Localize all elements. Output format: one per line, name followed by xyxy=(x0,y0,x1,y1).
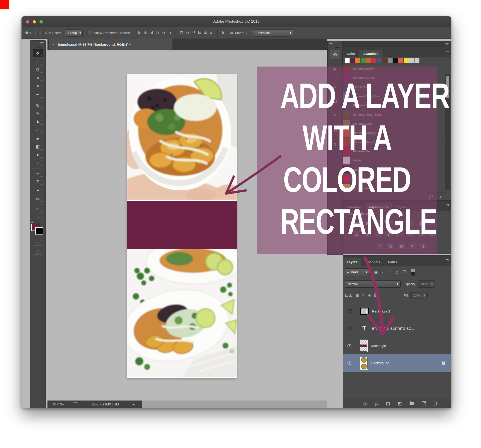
background-color-swatch[interactable] xyxy=(35,227,44,235)
show-transform-checkbox[interactable] xyxy=(88,31,92,35)
collapse-tools-icon[interactable]: ▶▶ xyxy=(30,41,45,46)
panel-menu-icon[interactable]: ▾≡ xyxy=(446,50,449,53)
tool-rectangle-tool[interactable]: ▭ xyxy=(33,194,43,203)
filter-shape-layers-icon[interactable]: ◻ xyxy=(395,270,398,274)
tab-layers[interactable]: Layers xyxy=(343,258,361,266)
history-panel-icon[interactable]: ⟲ xyxy=(330,50,340,59)
new-adjustment-layer-icon[interactable] xyxy=(398,402,402,406)
tool-hand-tool[interactable]: ☜ xyxy=(33,205,43,213)
path-selection-tool-icon: ➤ xyxy=(35,189,40,192)
close-document-icon[interactable]: × xyxy=(53,42,55,47)
default-colors-icon[interactable]: ❏ xyxy=(31,220,33,223)
tool-brush-tool[interactable]: ✎ xyxy=(33,109,43,118)
tool-pen-tool[interactable]: ✑ xyxy=(33,170,43,178)
recent-swatch-10[interactable] xyxy=(398,58,403,63)
tool-gradient-tool[interactable]: ◧ xyxy=(33,143,43,151)
lock-paint-icon[interactable]: ✎ xyxy=(362,293,365,297)
filter-toggle[interactable] xyxy=(411,269,415,275)
recent-swatch-12[interactable] xyxy=(409,58,414,63)
layer-style-icon[interactable]: fx xyxy=(375,401,378,406)
recent-swatch-9[interactable] xyxy=(393,58,398,63)
visibility-empty-box[interactable] xyxy=(343,303,357,320)
workspace-dropdown[interactable]: Essentials ▲▼ xyxy=(253,29,293,37)
tool-marquee-tool[interactable]: ◌ xyxy=(33,57,43,66)
delete-swatch-icon[interactable] xyxy=(440,196,443,199)
tool-history-brush-tool[interactable]: ↩ xyxy=(33,126,43,134)
share-icon[interactable] xyxy=(73,402,77,406)
visibility-eye-icon[interactable] xyxy=(343,337,357,354)
layer-row-brazilian-burrito-bo[interactable]: TBRAZILIAN BURRITO BO... xyxy=(343,320,451,337)
blend-mode-dropdown[interactable]: Normal ▲▼ xyxy=(345,281,401,288)
link-layers-icon[interactable] xyxy=(362,402,368,405)
panel-menu-icon[interactable]: ▾≡ xyxy=(446,258,449,261)
filter-smart-objects-icon[interactable]: ❐ xyxy=(403,270,406,274)
recent-swatch-0[interactable] xyxy=(345,58,350,63)
tool-clone-stamp-tool[interactable]: ♟ xyxy=(33,118,43,126)
status-play-icon[interactable]: ► xyxy=(132,403,135,406)
filter-pixel-layers-icon[interactable]: ▣ xyxy=(374,270,377,274)
recent-swatch-8[interactable] xyxy=(388,58,392,63)
tool-eraser-tool[interactable]: ▰ xyxy=(33,134,43,143)
screen-mode-button[interactable]: ❐ xyxy=(34,249,42,255)
new-layer-icon[interactable] xyxy=(422,401,425,406)
burrito-bowl-photo-bottom xyxy=(127,249,237,377)
quick-mask-button[interactable]: ◌ xyxy=(34,240,42,246)
colored-rectangle-layer[interactable] xyxy=(127,201,237,249)
tool-healing-brush-tool[interactable]: ▭ xyxy=(33,101,43,109)
tool-path-selection-tool[interactable]: ➤ xyxy=(33,186,43,194)
recent-swatch-4[interactable] xyxy=(366,58,371,63)
tool-crop-tool[interactable]: # xyxy=(33,82,43,91)
panel-grip[interactable] xyxy=(33,46,43,48)
tab-paths[interactable]: Paths xyxy=(384,258,401,266)
expand-dock-icon[interactable]: ◀◀ xyxy=(328,41,342,46)
visibility-eye-icon[interactable] xyxy=(343,354,357,372)
document-tab[interactable]: × Sample.psd @ 66.7% (Background, RGB/8)… xyxy=(49,38,173,50)
tool-dodge-tool[interactable]: ♀ xyxy=(33,159,43,167)
layer-filter-dropdown[interactable]: ⌕ Kind ▲▼ xyxy=(345,268,370,276)
auto-select-label: Auto-Select: xyxy=(45,31,62,35)
tab-channels[interactable]: Channels xyxy=(361,258,384,266)
tool-move-tool[interactable]: ✥ xyxy=(33,49,43,57)
lock-position-icon[interactable]: ✥ xyxy=(368,293,371,297)
tool-magic-wand-tool[interactable]: ✶ xyxy=(33,74,43,82)
recent-swatch-1[interactable] xyxy=(350,58,355,63)
hand-tool-icon: ☜ xyxy=(36,207,39,212)
tool-blur-tool[interactable]: ● xyxy=(33,151,43,159)
swap-colors-icon[interactable]: ⇄ xyxy=(42,220,45,223)
zoom-level[interactable]: 66.67% xyxy=(53,402,64,406)
fill-value[interactable]: 100%▼ xyxy=(410,292,428,299)
add-mask-icon[interactable] xyxy=(386,402,390,405)
filter-type-layers-icon[interactable]: T xyxy=(389,270,391,274)
tool-preset-caret-icon[interactable]: ▼ xyxy=(30,32,31,34)
new-group-icon[interactable] xyxy=(410,402,414,405)
tool-zoom-tool[interactable]: ⌕ xyxy=(33,213,43,221)
opacity-value[interactable]: 100%▼ xyxy=(418,281,435,288)
tab-swatches[interactable]: Swatches xyxy=(359,50,383,57)
filter-adjustment-layers-icon[interactable]: ◐ xyxy=(382,270,384,274)
recent-swatch-3[interactable] xyxy=(361,58,366,63)
tool-eyedropper-tool[interactable]: ✒ xyxy=(33,91,43,99)
auto-select-checkbox[interactable] xyxy=(38,31,43,35)
tab-color[interactable]: Color xyxy=(343,50,359,57)
collapse-dock-icon[interactable]: ▶▶ xyxy=(343,41,451,47)
healing-brush-tool-icon: ▭ xyxy=(35,102,41,108)
panel-menu-icon[interactable]: ▾≡ xyxy=(446,203,449,206)
tool-lasso-tool[interactable]: Ϙ xyxy=(33,66,43,74)
lock-transparency-icon[interactable]: ▦ xyxy=(356,293,359,297)
document-canvas[interactable] xyxy=(127,74,237,378)
lock-all-icon[interactable] xyxy=(374,294,377,298)
recent-swatch-11[interactable] xyxy=(404,58,409,63)
tool-type-tool[interactable]: T xyxy=(33,178,43,186)
delete-layer-icon[interactable] xyxy=(433,402,437,405)
recent-swatch-6[interactable] xyxy=(377,58,382,63)
recent-swatch-2[interactable] xyxy=(355,58,360,63)
layer-row-background[interactable]: Background xyxy=(343,354,451,372)
recent-swatch-7[interactable] xyxy=(382,58,387,63)
panel-grip[interactable] xyxy=(330,47,340,48)
recent-swatch-5[interactable] xyxy=(371,58,376,63)
layer-row-rectangle-1[interactable]: Rectangle 1 xyxy=(343,337,451,355)
recent-swatch-13[interactable] xyxy=(414,58,419,63)
visibility-empty-box[interactable] xyxy=(343,320,357,337)
layer-row-rectangle-2[interactable]: Rectangle 2 xyxy=(343,303,451,320)
auto-select-scope-dropdown[interactable]: Group ▲▼ xyxy=(65,29,83,37)
